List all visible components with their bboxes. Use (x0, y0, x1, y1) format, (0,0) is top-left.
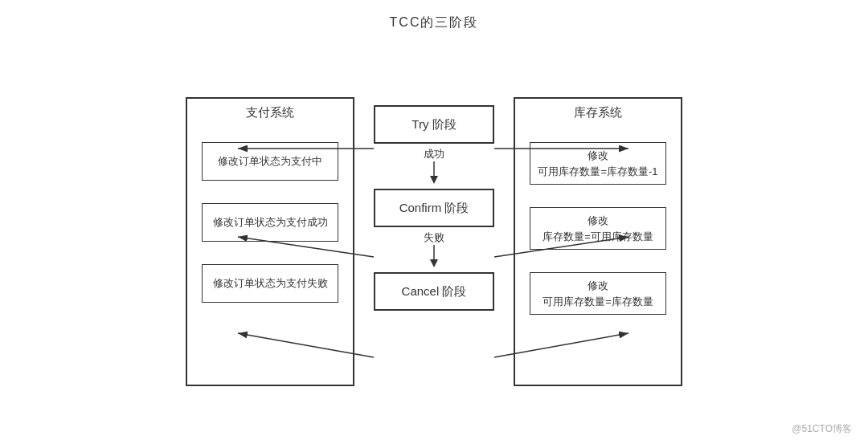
left-action-1: 修改订单状态为支付中 (202, 142, 338, 181)
diagram-container: TCC的三阶段 支付系统 修改订单状态为支付中 修改订单状态为支付成功 修改订单… (0, 0, 868, 444)
svg-marker-1 (430, 176, 438, 184)
left-system-box: 支付系统 修改订单状态为支付中 修改订单状态为支付成功 修改订单状态为支付失败 (186, 97, 354, 386)
fail-label-area: 失败 (424, 230, 444, 269)
fail-label: 失败 (424, 230, 444, 245)
right-action-1: 修改 可用库存数量=库存数量-1 (530, 142, 666, 185)
right-system-box: 库存系统 修改 可用库存数量=库存数量-1 修改 库存数量=可用库存数量 修改 … (514, 97, 682, 386)
left-system-title: 支付系统 (187, 105, 353, 120)
arrow-down-fail (426, 245, 442, 269)
left-action-2: 修改订单状态为支付成功 (202, 203, 338, 242)
left-action-3: 修改订单状态为支付失败 (202, 264, 338, 303)
phase-confirm: Confirm 阶段 (374, 189, 494, 227)
svg-marker-3 (430, 259, 438, 267)
diagram-title: TCC的三阶段 (390, 14, 479, 31)
arrow-down-success (426, 161, 442, 185)
success-label-area: 成功 (424, 147, 444, 185)
phase-try: Try 阶段 (374, 105, 494, 144)
center-col: Try 阶段 成功 Confirm 阶段 失败 (374, 89, 494, 394)
main-area: 支付系统 修改订单状态为支付中 修改订单状态为支付成功 修改订单状态为支付失败 … (0, 39, 868, 444)
right-action-2: 修改 库存数量=可用库存数量 (530, 207, 666, 250)
phase-cancel: Cancel 阶段 (374, 272, 494, 311)
success-label: 成功 (424, 147, 444, 161)
watermark: @51CTO博客 (792, 422, 852, 436)
right-action-3: 修改 可用库存数量=库存数量 (530, 272, 666, 315)
right-system-title: 库存系统 (515, 105, 681, 120)
